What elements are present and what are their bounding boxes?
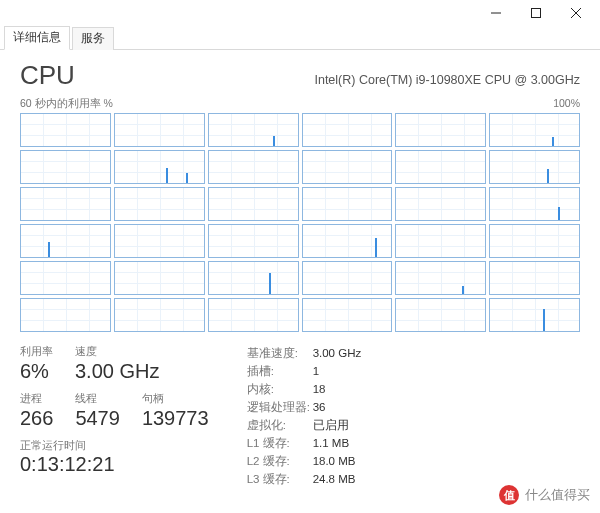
- axis-right-label: 100%: [553, 97, 580, 111]
- close-button[interactable]: [556, 1, 596, 25]
- stats-area: 利用率 6% 速度 3.00 GHz 进程 266 线程 5479: [20, 344, 580, 488]
- titlebar: [0, 0, 600, 26]
- page-title: CPU: [20, 60, 75, 91]
- cpu-model: Intel(R) Core(TM) i9-10980XE CPU @ 3.00G…: [314, 73, 580, 87]
- core-graph: [302, 298, 393, 332]
- metric-utilization: 利用率 6%: [20, 344, 53, 383]
- tab-services[interactable]: 服务: [72, 27, 114, 50]
- core-graph: [489, 187, 580, 221]
- core-graph: [395, 113, 486, 147]
- axis-left-label: 60 秒内的利用率 %: [20, 97, 113, 111]
- core-graph: [302, 224, 393, 258]
- minimize-button[interactable]: [476, 1, 516, 25]
- core-graph: [20, 187, 111, 221]
- core-graph: [208, 150, 299, 184]
- core-graph: [114, 298, 205, 332]
- tab-bar: 详细信息 服务: [0, 26, 600, 50]
- core-graph: [302, 113, 393, 147]
- watermark-text: 什么值得买: [525, 486, 590, 504]
- metric-threads: 线程 5479: [75, 391, 120, 430]
- core-graph: [395, 150, 486, 184]
- core-graph: [20, 298, 111, 332]
- watermark: 值 什么值得买: [499, 485, 590, 505]
- uptime-value: 0:13:12:21: [20, 453, 209, 476]
- core-graph-grid: [20, 113, 580, 332]
- maximize-button[interactable]: [516, 1, 556, 25]
- core-graph: [20, 261, 111, 295]
- metric-processes: 进程 266: [20, 391, 53, 430]
- core-graph: [208, 224, 299, 258]
- core-graph: [20, 150, 111, 184]
- core-graph: [489, 298, 580, 332]
- core-graph: [489, 224, 580, 258]
- watermark-logo: 值: [499, 485, 519, 505]
- core-graph: [20, 224, 111, 258]
- core-graph: [114, 150, 205, 184]
- core-graph: [395, 187, 486, 221]
- core-graph: [395, 224, 486, 258]
- minimize-icon: [491, 8, 501, 18]
- core-graph: [302, 150, 393, 184]
- spec-table: 基准速度:3.00 GHz 插槽:1 内核:18 逻辑处理器:36 虚拟化:已启…: [247, 344, 362, 488]
- core-graph: [208, 298, 299, 332]
- core-graph: [114, 187, 205, 221]
- close-icon: [571, 8, 581, 18]
- uptime-label: 正常运行时间: [20, 438, 209, 453]
- core-graph: [20, 113, 111, 147]
- core-graph: [489, 150, 580, 184]
- core-graph: [302, 187, 393, 221]
- core-graph: [489, 261, 580, 295]
- maximize-icon: [531, 8, 541, 18]
- core-graph: [114, 224, 205, 258]
- svg-rect-1: [532, 9, 541, 18]
- metric-speed: 速度 3.00 GHz: [75, 344, 159, 383]
- core-graph: [395, 261, 486, 295]
- core-graph: [208, 261, 299, 295]
- metric-handles: 句柄 139773: [142, 391, 209, 430]
- core-graph: [489, 113, 580, 147]
- core-graph: [302, 261, 393, 295]
- core-graph: [395, 298, 486, 332]
- core-graph: [208, 187, 299, 221]
- core-graph: [114, 113, 205, 147]
- tab-details[interactable]: 详细信息: [4, 26, 70, 50]
- core-graph: [114, 261, 205, 295]
- core-graph: [208, 113, 299, 147]
